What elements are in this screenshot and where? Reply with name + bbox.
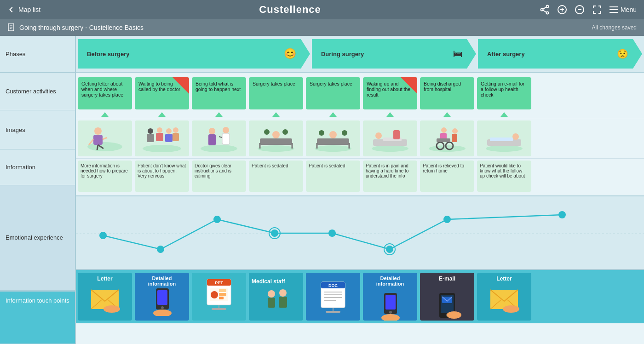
touchpoint-card-3[interactable]: PPT: [192, 273, 246, 321]
surgery-table2-svg: [312, 125, 354, 152]
phases-row: Before surgery 😊 During surgery 🛏 After …: [76, 36, 644, 73]
person-bed2-svg: [483, 125, 525, 152]
svg-rect-12: [610, 9, 618, 10]
sections-wrapper: Before surgery 😊 During surgery 🛏 After …: [76, 36, 644, 323]
svg-point-106: [389, 311, 392, 314]
svg-point-26: [148, 128, 153, 134]
phase-before-icon: 😊: [284, 48, 296, 60]
svg-rect-92: [268, 298, 275, 308]
up-arrow-7: [443, 112, 451, 117]
emotion-point-2[interactable]: [157, 246, 164, 253]
activity-card-6[interactable]: Waking up and finding out about the resu…: [363, 77, 417, 109]
info-card-1: More information is needed how to prepar…: [78, 161, 132, 192]
image-card-1: [78, 120, 132, 156]
top-nav: Map list Custellence Menu: [0, 0, 644, 19]
touchpoint-card-7[interactable]: E-mail: [420, 273, 474, 321]
svg-line-22: [103, 138, 107, 139]
emotion-point-4[interactable]: [271, 229, 278, 237]
touchpoint-card-5[interactable]: DOC: [306, 273, 360, 321]
svg-rect-20: [93, 135, 103, 145]
share-icon[interactable]: [540, 5, 550, 15]
emotional-experience-section: [76, 196, 644, 270]
activity-card-5[interactable]: Surgery takes place: [306, 77, 360, 109]
fullscreen-icon[interactable]: [592, 5, 602, 15]
activity-card-2[interactable]: Waiting to being called by the doctor: [135, 77, 189, 109]
touchpoint-label-8: Letter: [494, 275, 514, 282]
svg-point-34: [201, 145, 237, 152]
doc-title: Going through surgery - Custellence Basi…: [19, 24, 144, 31]
touchpoint-card-4[interactable]: Medical staff: [249, 273, 303, 321]
svg-rect-78: [157, 290, 167, 305]
svg-point-50: [319, 130, 324, 136]
back-button[interactable]: Map list: [7, 6, 40, 13]
email-phone-svg: [431, 291, 463, 321]
back-arrow-icon: [7, 6, 15, 13]
activities-row: Getting letter about when and where surg…: [76, 73, 644, 112]
svg-rect-65: [437, 138, 450, 142]
svg-rect-67: [452, 134, 457, 142]
svg-point-61: [441, 127, 447, 133]
svg-rect-38: [222, 133, 230, 144]
svg-rect-41: [260, 138, 292, 145]
emotional-chart-svg: [76, 196, 644, 270]
medical-staff-svg: [258, 287, 294, 315]
svg-point-76: [104, 305, 120, 313]
zoom-out-icon[interactable]: [575, 5, 585, 15]
svg-point-42: [272, 131, 280, 138]
svg-rect-33: [172, 133, 179, 141]
badge-corner-6: [401, 77, 417, 94]
info-card-3: Doctor gives clear instructions and is c…: [192, 161, 246, 192]
back-label: Map list: [18, 6, 40, 13]
images-row: [76, 118, 644, 158]
svg-point-93: [279, 289, 287, 297]
surgery-table-svg: [255, 125, 297, 152]
emotion-point-8[interactable]: [558, 211, 566, 218]
activity-card-1[interactable]: Getting letter about when and where surg…: [78, 77, 132, 109]
up-arrow-8: [500, 112, 508, 117]
svg-rect-103: [326, 311, 340, 313]
content-area[interactable]: Before surgery 😊 During surgery 🛏 After …: [76, 36, 644, 344]
activity-card-3[interactable]: Being told what is going to happen next: [192, 77, 246, 109]
svg-point-80: [153, 310, 172, 316]
touchpoint-card-1[interactable]: Letter: [78, 273, 132, 321]
emotion-point-5[interactable]: [328, 229, 336, 237]
svg-rect-87: [219, 293, 226, 296]
svg-rect-59: [393, 130, 400, 139]
emotion-point-1[interactable]: [99, 232, 107, 239]
zoom-in-icon[interactable]: [557, 5, 567, 15]
label-information-touch-points: Information touch points: [0, 291, 75, 344]
touchpoint-arrow-1: [101, 316, 109, 321]
svg-point-51: [342, 130, 347, 136]
svg-point-112: [447, 311, 461, 319]
svg-point-44: [282, 129, 288, 135]
image-card-6: [363, 120, 417, 156]
emotion-point-6[interactable]: [386, 246, 393, 253]
touchpoint-card-8[interactable]: Letter: [477, 273, 531, 321]
svg-rect-88: [219, 297, 224, 299]
emotion-point-7[interactable]: [443, 216, 451, 223]
information-row: More information is needed how to prepar…: [76, 158, 644, 195]
svg-point-107: [381, 314, 400, 321]
activity-card-7[interactable]: Being discharged from hospital: [420, 77, 474, 109]
activity-card-4[interactable]: Surgery takes place: [249, 77, 303, 109]
activity-card-8[interactable]: Getting an e-mail for a follow up health…: [477, 77, 531, 109]
phase-after-surgery: After surgery 😟: [478, 39, 642, 69]
svg-text:PPT: PPT: [215, 281, 223, 285]
svg-point-68: [486, 145, 523, 152]
svg-rect-11: [610, 6, 618, 7]
labels-column: Phases Customer activities Images Inform…: [0, 36, 76, 344]
svg-line-5: [543, 7, 546, 9]
emotion-point-3[interactable]: [213, 216, 221, 223]
activities-section: Getting letter about when and where surg…: [76, 73, 644, 196]
svg-line-4: [543, 10, 546, 12]
touchpoint-card-6[interactable]: Detailed information: [363, 273, 417, 321]
menu-button[interactable]: Menu: [610, 6, 637, 13]
svg-point-28: [157, 127, 162, 133]
touchpoint-card-2[interactable]: Detailed information: [135, 273, 189, 321]
badge-corner-2: [172, 77, 189, 94]
svg-point-79: [161, 306, 164, 309]
patient-bed-svg: [369, 125, 411, 152]
up-arrow-3: [215, 112, 223, 117]
doc-svg: DOC: [317, 280, 349, 313]
info-card-7: Patient is relieved to return home: [420, 161, 474, 192]
